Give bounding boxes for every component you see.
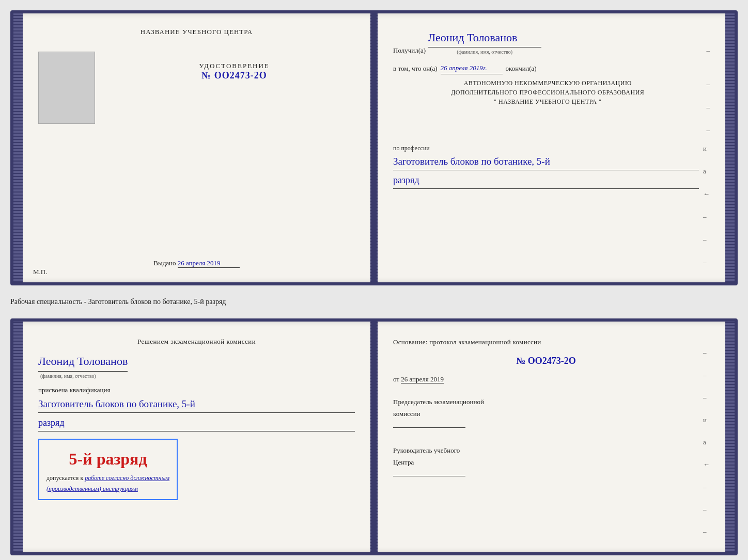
fio-note-1: (фамилия, имя, отчество) [457,47,512,56]
card2-left-panel: Решением экзаменационной комиссии Леонид… [23,322,370,552]
r-dash-5: – [703,503,710,515]
page-wrapper: НАЗВАНИЕ УЧЕБНОГО ЦЕНТРА УДОСТОВЕРЕНИЕ №… [10,10,738,555]
udost-block: УДОСТОВЕРЕНИЕ № OO2473-2O [114,62,355,81]
qualification-large: Заготовитель блоков по ботанике, 5-й [38,396,355,413]
dopusk-italic-1: работе согласно должностным [85,474,169,482]
left-texture-2 [13,322,23,552]
card1-center-title: НАЗВАНИЕ УЧЕБНОГО ЦЕНТРА [38,28,355,36]
razryad2-text: разряд [38,415,355,431]
udost-number: № OO2473-2O [114,70,355,81]
photo-placeholder [38,52,95,124]
vtom-date: 26 апреля 2019г. [441,62,503,74]
predsedatel-podpis [393,427,465,428]
resheniem-title: Решением экзаменационной комиссии [38,336,355,347]
vydano-label: Выдано [153,259,176,267]
r-dash-4: – [703,481,710,493]
dopusk-italic-2-wrap: (производственным) инструкциям [46,484,169,494]
document-card-2: Решением экзаменационной комиссии Леонид… [10,318,738,555]
badge-box: 5-й разряд допускается к работе согласно… [38,439,178,500]
rukovoditel-line2: Центра [393,456,699,468]
dopuskaetsya-label: допускается к [46,474,83,482]
r-arrow: ← [703,458,710,470]
recipient-name: Леонид Толованов [428,28,541,47]
ot-label: от [393,375,399,383]
qualification-text: Заготовитель блоков по ботанике, 5-й [393,153,699,170]
ot-date: 26 апреля 2019 [401,375,444,383]
dash-side-6: – [703,257,710,268]
dash-side-5: – [703,234,710,245]
mp-label: М.П. [33,268,47,276]
udost-title: УДОСТОВЕРЕНИЕ [114,62,355,70]
r-dash-2: – [703,369,710,381]
dash-side-2: – [707,102,710,113]
dash-side-3: – [707,124,710,136]
card1-right-panel: Получил(а) Леонид Толованов (фамилия, им… [378,13,725,282]
vtom-text: в том, что он(а) [393,63,438,74]
predsedatel-block: Председатель экзаменационной комиссии [393,396,699,432]
rukovoditel-podpis [393,476,465,476]
right-texture-1 [725,13,735,282]
fio-note-2: (фамилия, имя, отчество) [40,372,96,380]
card2-right-panel: Основание: протокол экзаменационной коми… [378,322,725,552]
separator-text: Рабочая специальность - Заготовитель бло… [10,295,738,309]
okonchil-text: окончил(а) [506,63,537,74]
po-professii: по профессии [393,143,699,153]
arrow-label: ← [703,188,710,200]
dash-side-4: – [703,211,710,222]
dash-1: – [707,45,710,56]
name-large: Леонид Толованов [38,351,128,371]
badge-number: 5-й разряд [46,445,169,473]
ot-line: от 26 апреля 2019 [393,373,699,385]
rukovoditel-line1: Руководитель учебного [393,444,699,456]
vtom-line: в том, что он(а) 26 апреля 2019г. окончи… [393,62,710,74]
card1-left-panel: НАЗВАНИЕ УЧЕБНОГО ЦЕНТРА УДОСТОВЕРЕНИЕ №… [23,13,370,282]
poluchil-line: Получил(а) Леонид Толованов (фамилия, им… [393,28,710,56]
osnovanie-title: Основание: протокол экзаменационной коми… [393,336,699,348]
r-i-label: и [703,414,710,426]
spine-divider-2 [370,322,378,552]
predsedatel-line1: Председатель экзаменационной [393,396,699,408]
spine-divider-1 [370,13,378,282]
vydano-date: 26 апреля 2019 [178,259,240,268]
document-card-1: НАЗВАНИЕ УЧЕБНОГО ЦЕНТРА УДОСТОВЕРЕНИЕ №… [10,10,738,285]
protocol-number: № OO2473-2O [393,353,699,369]
r-dash-6: – [703,525,710,537]
dopuskaetsya-text: допускается к работе согласно должностны… [46,473,169,483]
r-a-label: а [703,436,710,448]
vydano-block: Выдано 26 апреля 2019 [153,259,240,268]
prisvoena-text: присвоена квалификация [38,385,355,396]
poluchil-text: Получил(а) [393,45,426,56]
predsedatel-line2: комиссии [393,408,699,420]
dopusk-italic-2: (производственным) инструкциям [46,485,138,492]
right-texture-2 [725,322,735,552]
org-line1: АВТОНОМНУЮ НЕКОММЕРЧЕСКУЮ ОРГАНИЗАЦИЮ ДО… [393,78,703,106]
r-dash-3: – [703,391,710,403]
i-label: и [703,143,710,154]
a-label: а [703,166,710,177]
r-dash-1: – [703,346,710,358]
left-texture-1 [13,13,23,282]
dash-side-1: – [707,78,710,90]
rukovoditel-block: Руководитель учебного Центра [393,444,699,481]
razryad-text: разряд [393,172,699,189]
